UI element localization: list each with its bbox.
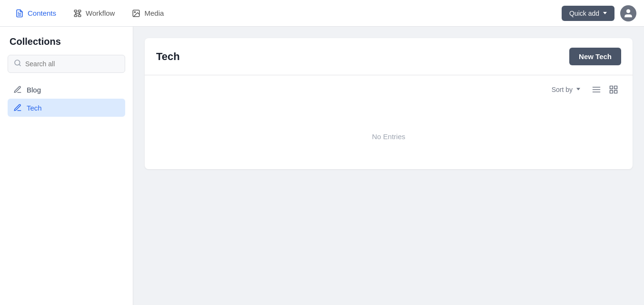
chevron-down-icon	[603, 12, 607, 14]
grid-view-button[interactable]	[606, 82, 621, 97]
sidebar-item-tech[interactable]: Tech	[8, 99, 125, 117]
tab-workflow[interactable]: Workflow	[66, 5, 122, 21]
user-avatar-icon[interactable]	[620, 5, 636, 21]
sort-by-label: Sort by	[552, 86, 573, 93]
svg-rect-18	[610, 86, 613, 89]
nav-right: Quick add	[562, 5, 636, 21]
content-card: Tech New Tech Sort by	[145, 38, 633, 169]
content-toolbar: Sort by	[145, 75, 633, 104]
quick-add-button[interactable]: Quick add	[562, 6, 614, 21]
new-tech-button[interactable]: New Tech	[569, 48, 621, 65]
search-box	[8, 55, 125, 73]
svg-point-10	[135, 11, 136, 12]
svg-rect-21	[614, 91, 617, 93]
svg-line-13	[19, 64, 20, 66]
tech-collection-icon	[13, 103, 22, 112]
document-icon	[15, 9, 24, 18]
list-view-button[interactable]	[589, 82, 604, 97]
quick-add-label: Quick add	[569, 10, 599, 17]
tab-contents-label: Contents	[28, 9, 56, 17]
no-entries-message: No Entries	[145, 104, 633, 169]
nav-tabs: Contents Workflow	[8, 5, 562, 21]
tab-workflow-label: Workflow	[86, 9, 115, 17]
content-area: Tech New Tech Sort by	[133, 27, 644, 305]
sort-by-button[interactable]: Sort by	[548, 84, 585, 95]
sort-chevron-icon	[575, 86, 581, 93]
sidebar-title: Collections	[8, 36, 125, 47]
tab-media-label: Media	[144, 9, 164, 17]
sidebar-item-blog[interactable]: Blog	[8, 81, 125, 99]
sidebar-item-blog-label: Blog	[27, 86, 41, 94]
main-layout: Collections Blog	[0, 27, 644, 305]
search-input[interactable]	[25, 60, 119, 68]
blog-collection-icon	[13, 85, 22, 94]
tab-contents[interactable]: Contents	[8, 5, 64, 21]
svg-rect-19	[614, 86, 617, 89]
tab-media[interactable]: Media	[124, 5, 171, 21]
image-icon	[132, 9, 140, 18]
svg-rect-20	[610, 91, 613, 93]
svg-point-11	[626, 9, 630, 12]
svg-marker-14	[576, 88, 580, 91]
view-toggle	[589, 82, 621, 97]
sidebar: Collections Blog	[0, 27, 133, 305]
sidebar-item-tech-label: Tech	[27, 104, 42, 112]
content-header: Tech New Tech	[145, 38, 633, 75]
search-icon	[14, 59, 21, 69]
workflow-icon	[73, 9, 82, 18]
top-navigation: Contents Workflow	[0, 0, 644, 27]
page-title: Tech	[156, 51, 180, 63]
